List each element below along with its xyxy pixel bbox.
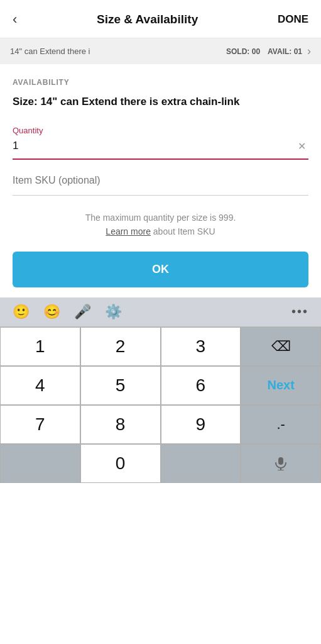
emoji-face-icon[interactable]: 🙂	[13, 304, 30, 320]
info-text: The maximum quantity per size is 999. Le…	[13, 211, 308, 239]
key-empty-right	[161, 444, 241, 483]
header-title: Size & Availability	[97, 13, 198, 26]
avail-stat: AVAIL: 01	[268, 47, 302, 56]
done-button[interactable]: DONE	[278, 13, 308, 26]
key-2[interactable]: 2	[80, 327, 161, 366]
key-9[interactable]: 9	[161, 405, 241, 444]
learn-more-link[interactable]: Learn more	[106, 226, 151, 236]
backspace-icon: ⌫	[271, 338, 291, 355]
clear-icon[interactable]: ✕	[295, 138, 308, 155]
key-decimal[interactable]: .-	[241, 405, 321, 444]
section-label: AVAILABILITY	[13, 64, 308, 94]
quantity-field-group: Quantity ✕	[13, 126, 308, 160]
banner-strip: 14" can Extend there i SOLD: 00 AVAIL: 0…	[0, 38, 321, 64]
keyboard-toolbar: 🙂 😊 🎤 ⚙️ •••	[0, 297, 321, 327]
sku-input[interactable]	[13, 172, 308, 189]
key-6[interactable]: 6	[161, 366, 241, 405]
keyboard: 🙂 😊 🎤 ⚙️ ••• 1 2 3 ⌫ 4 5 6 Next 7 8 9 .-…	[0, 297, 321, 483]
avail-value: 01	[294, 47, 302, 56]
info-text-secondary: about Item SKU	[153, 226, 215, 236]
key-1[interactable]: 1	[0, 327, 80, 366]
ok-button[interactable]: OK	[13, 252, 308, 287]
sku-field-group	[13, 172, 308, 196]
quantity-input[interactable]	[13, 140, 295, 152]
key-5[interactable]: 5	[80, 366, 161, 405]
toolbar-icons: 🙂 😊 🎤 ⚙️	[13, 304, 122, 320]
quantity-label: Quantity	[13, 126, 308, 135]
info-text-main: The maximum quantity per size is 999.	[85, 213, 236, 223]
more-icon[interactable]: •••	[291, 304, 308, 319]
key-mic[interactable]	[241, 444, 321, 483]
sold-value: 00	[252, 47, 260, 56]
header: ‹ Size & Availability DONE	[0, 0, 321, 38]
microphone-icon[interactable]: 🎤	[74, 304, 91, 320]
key-3[interactable]: 3	[161, 327, 241, 366]
key-8[interactable]: 8	[80, 405, 161, 444]
back-icon: ‹	[13, 11, 17, 28]
keys-grid: 1 2 3 ⌫ 4 5 6 Next 7 8 9 .- 0	[0, 327, 321, 483]
back-button[interactable]: ‹	[13, 11, 17, 28]
emoji-smile-icon[interactable]: 😊	[43, 304, 60, 320]
key-backspace[interactable]: ⌫	[241, 327, 321, 366]
key-next[interactable]: Next	[241, 366, 321, 405]
banner-text: 14" can Extend there i	[10, 47, 221, 56]
key-7[interactable]: 7	[0, 405, 80, 444]
sold-label: SOLD:	[226, 47, 249, 56]
key-0[interactable]: 0	[80, 444, 161, 483]
svg-rect-0	[278, 457, 283, 465]
banner-chevron-icon[interactable]: ›	[307, 45, 311, 58]
key-4[interactable]: 4	[0, 366, 80, 405]
banner-stats: SOLD: 00 AVAIL: 01	[226, 47, 302, 56]
key-empty-left	[0, 444, 80, 483]
avail-label: AVAIL:	[268, 47, 291, 56]
sold-stat: SOLD: 00	[226, 47, 260, 56]
settings-icon[interactable]: ⚙️	[105, 304, 122, 320]
content-area: AVAILABILITY Size: 14" can Extend there …	[0, 64, 321, 287]
quantity-input-row: ✕	[13, 138, 308, 160]
mic-icon	[275, 457, 286, 470]
size-title: Size: 14" can Extend there is extra chai…	[13, 94, 308, 109]
